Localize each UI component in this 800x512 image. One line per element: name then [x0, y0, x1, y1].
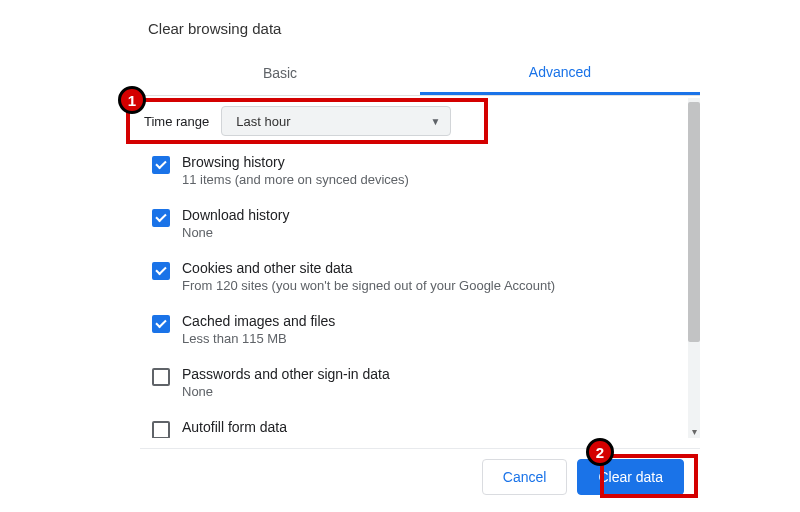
option-desc: None — [182, 225, 682, 240]
chevron-down-icon: ▼ — [430, 116, 440, 127]
checkbox[interactable] — [152, 315, 170, 333]
option-title: Cached images and files — [182, 313, 682, 329]
option-text: Passwords and other sign-in dataNone — [182, 366, 682, 399]
checkmark-icon — [155, 158, 166, 169]
checkbox[interactable] — [152, 209, 170, 227]
option-title: Passwords and other sign-in data — [182, 366, 682, 382]
checkmark-icon — [155, 317, 166, 328]
option-title: Browsing history — [182, 154, 682, 170]
option-row: Cookies and other site dataFrom 120 site… — [140, 250, 686, 303]
option-text: Browsing history11 items (and more on sy… — [182, 154, 682, 187]
option-desc: None — [182, 384, 682, 399]
checkbox[interactable] — [152, 156, 170, 174]
dialog-title: Clear browsing data — [140, 20, 700, 37]
time-range-label: Time range — [144, 114, 221, 129]
tab-advanced[interactable]: Advanced — [420, 51, 700, 95]
scrollbar-thumb[interactable] — [688, 102, 700, 342]
option-title: Download history — [182, 207, 682, 223]
option-desc: Less than 115 MB — [182, 331, 682, 346]
option-title: Autofill form data — [182, 419, 682, 435]
option-title: Cookies and other site data — [182, 260, 682, 276]
option-row: Autofill form data — [140, 409, 686, 438]
option-desc: From 120 sites (you won't be signed out … — [182, 278, 682, 293]
option-row: Download historyNone — [140, 197, 686, 250]
tabs: Basic Advanced — [140, 51, 700, 96]
option-text: Cookies and other site dataFrom 120 site… — [182, 260, 682, 293]
option-text: Autofill form data — [182, 419, 682, 437]
option-row: Cached images and filesLess than 115 MB — [140, 303, 686, 356]
option-row: Browsing history11 items (and more on sy… — [140, 144, 686, 197]
time-range-value: Last hour — [236, 114, 290, 129]
scroll-down-icon[interactable]: ▾ — [688, 424, 700, 438]
option-text: Cached images and filesLess than 115 MB — [182, 313, 682, 346]
checkbox[interactable] — [152, 368, 170, 386]
options-list: Browsing history11 items (and more on sy… — [140, 144, 686, 438]
options-scroll-area: Time range Last hour ▼ Browsing history1… — [140, 98, 700, 438]
time-range-select[interactable]: Last hour ▼ — [221, 106, 451, 136]
checkbox[interactable] — [152, 421, 170, 438]
option-desc: 11 items (and more on synced devices) — [182, 172, 682, 187]
checkbox[interactable] — [152, 262, 170, 280]
clear-data-button[interactable]: Clear data — [577, 459, 684, 495]
tab-basic[interactable]: Basic — [140, 51, 420, 95]
checkmark-icon — [155, 264, 166, 275]
scrollbar-track[interactable]: ▾ — [688, 98, 700, 438]
option-row: Passwords and other sign-in dataNone — [140, 356, 686, 409]
checkmark-icon — [155, 211, 166, 222]
time-range-row: Time range Last hour ▼ — [140, 98, 686, 144]
option-text: Download historyNone — [182, 207, 682, 240]
clear-browsing-data-dialog: Clear browsing data Basic Advanced Time … — [140, 20, 700, 438]
dialog-footer: Cancel Clear data — [140, 448, 700, 504]
cancel-button[interactable]: Cancel — [482, 459, 568, 495]
